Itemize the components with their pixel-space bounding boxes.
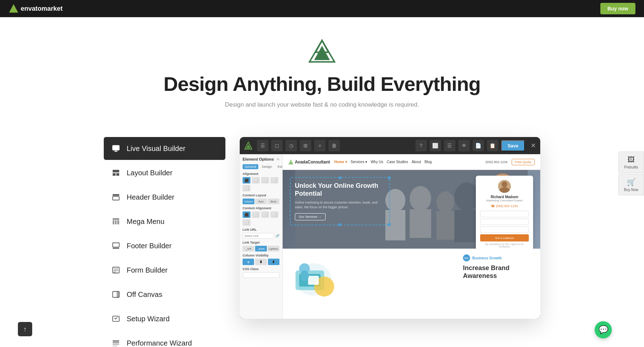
hero-logo xyxy=(7,39,637,65)
contact-disclaimer: By submitting my info I agree to be cont… xyxy=(480,243,529,248)
site-nav-home[interactable]: Home ▾ xyxy=(334,160,347,164)
site-nav-about[interactable]: About xyxy=(411,160,421,164)
toolbar-icon-add[interactable]: + xyxy=(314,140,326,151)
css-class-input[interactable] xyxy=(243,272,279,278)
toolbar-icon-help[interactable]: ? xyxy=(415,140,427,151)
preview-toolbar: ☰ ◻ ◷ ⊞ + 🗑 ? ⬜ ☰ 👁 📄 📋 Save ✕ xyxy=(240,137,540,154)
target-blank-btn[interactable]: _blank xyxy=(255,246,267,251)
prebuilts-button[interactable]: 🖼 Prebuilts xyxy=(618,152,644,173)
vis-desktop-btn[interactable]: 🖥 xyxy=(243,259,254,265)
toolbar-icon-preview[interactable]: 👁 xyxy=(458,140,470,151)
hero-subtitle: Design and launch your website fast & no… xyxy=(7,101,637,108)
svg-rect-23 xyxy=(114,270,118,271)
svg-point-37 xyxy=(410,186,431,211)
tab-design[interactable]: Design xyxy=(260,164,274,169)
toolbar-icon-desktop[interactable]: ⬜ xyxy=(430,140,441,151)
align-row2-btn2[interactable]: ⬜ xyxy=(243,185,250,191)
toolbar-icon-pages[interactable]: 📄 xyxy=(473,140,484,151)
content-align-left-btn[interactable]: ⬛ xyxy=(243,211,250,218)
feature-item-off-canvas[interactable]: Off Canvas xyxy=(104,283,225,306)
prebuilts-icon: 🖼 xyxy=(628,156,635,164)
align-center-btn[interactable]: ⬜ xyxy=(252,177,260,184)
preview-close-button[interactable]: ✕ xyxy=(531,142,536,150)
floating-buy-now-label: Buy Now xyxy=(624,188,638,192)
feature-item-header-builder[interactable]: Header Builder xyxy=(104,186,225,209)
contact-name-input[interactable] xyxy=(480,211,529,217)
hero-site-button[interactable]: Our Services → xyxy=(295,213,326,220)
feature-item-footer-builder[interactable]: Footer Builder xyxy=(104,234,225,257)
site-bottom-right: BG Business Growth Increase BrandAwarene… xyxy=(463,254,535,280)
toolbar-icon-delete[interactable]: 🗑 xyxy=(328,140,340,151)
site-brand: AvadaConsultant xyxy=(288,160,330,165)
svg-rect-9 xyxy=(116,148,118,148)
svg-point-39 xyxy=(436,191,454,213)
svg-rect-13 xyxy=(113,194,119,196)
link-url-input[interactable] xyxy=(243,233,274,239)
feature-item-setup-wizard[interactable]: Setup Wizard xyxy=(104,307,225,330)
tab-general[interactable]: General xyxy=(243,164,258,169)
hero-site-title: Unlock Your Online Growth Potential xyxy=(295,182,385,197)
feature-item-form-builder[interactable]: Form Builder xyxy=(104,259,225,282)
feature-label-footer-builder: Footer Builder xyxy=(127,242,172,250)
toolbar-icon-grid[interactable]: ⊞ xyxy=(300,140,311,151)
feature-item-layout-builder[interactable]: Layout Builder xyxy=(104,161,225,184)
hero-content-box: Unlock Your Online Growth Potential Onli… xyxy=(290,177,390,225)
feature-item-performance-wizard[interactable]: Performance Wizard xyxy=(104,332,225,347)
chat-button[interactable]: 💬 xyxy=(595,321,612,338)
preview-save-button[interactable]: Save xyxy=(501,140,525,151)
site-brand-text: AvadaConsultant xyxy=(295,160,330,165)
feature-item-live-visual-builder[interactable]: Live Visual Builder xyxy=(104,137,225,160)
hero-title: Design Anything, Build Everything xyxy=(7,72,637,96)
site-cta-button[interactable]: Free Quote xyxy=(512,159,535,165)
preview-site: AvadaConsultant Home ▾ Services ▾ Why Us… xyxy=(283,154,540,319)
align-row2-btn1[interactable]: ⬜ xyxy=(270,177,278,184)
toolbar-icon-shapes[interactable]: ◻ xyxy=(271,140,283,151)
align-left-btn[interactable]: ⬛ xyxy=(243,177,250,184)
site-nav-services[interactable]: Services ▾ xyxy=(351,160,367,164)
layout-block-btn[interactable]: Block xyxy=(268,199,279,204)
svg-rect-24 xyxy=(114,272,116,273)
layout-column-btn[interactable]: Column xyxy=(243,199,254,204)
preview-window: ☰ ◻ ◷ ⊞ + 🗑 ? ⬜ ☰ 👁 📄 📋 Save ✕ xyxy=(240,137,540,319)
contact-phone: ☎ (566) 802-1234 xyxy=(480,204,529,208)
nav-buy-now-button[interactable]: Buy now xyxy=(600,3,635,14)
site-nav-whyus[interactable]: Why Us xyxy=(371,160,383,164)
prebuilts-label: Prebuilts xyxy=(624,165,638,169)
hero-section: Design Anything, Build Everything Design… xyxy=(0,17,644,137)
feature-label-header-builder: Header Builder xyxy=(127,193,174,201)
site-bottom-title: Increase BrandAwareness xyxy=(463,264,535,280)
site-nav-casestudies[interactable]: Case Studies xyxy=(387,160,408,164)
toolbar-icon-layers[interactable]: ☰ xyxy=(257,140,268,151)
layout-row-btn[interactable]: Row xyxy=(255,199,267,204)
contact-submit-button[interactable]: Get a Callback xyxy=(480,234,529,241)
top-nav: envatomarket Buy now xyxy=(0,0,644,17)
toolbar-icon-tablet[interactable]: ☰ xyxy=(444,140,455,151)
content-align-center-btn[interactable]: ⬜ xyxy=(252,211,260,218)
floating-buy-now-button[interactable]: 🛒 Buy Now xyxy=(618,174,644,196)
content-align-right-btn[interactable]: ⬜ xyxy=(261,211,269,218)
svg-rect-11 xyxy=(113,173,116,176)
toolbar-icon-media[interactable]: 📋 xyxy=(487,140,498,151)
cart-icon: 🛒 xyxy=(627,178,636,186)
business-growth-badge: BG Business Growth xyxy=(463,254,535,262)
feature-item-mega-menu[interactable]: Mega Menu xyxy=(104,210,225,233)
tab-extras[interactable]: Extras xyxy=(275,164,283,169)
contact-card: Richard Madsen Marketing Consultant Expe… xyxy=(476,176,533,249)
target-self-btn[interactable]: _self xyxy=(243,246,254,251)
contact-email-input[interactable] xyxy=(480,219,529,225)
scroll-to-top-button[interactable]: ↑ xyxy=(18,322,32,336)
site-nav-blog[interactable]: Blog xyxy=(425,160,432,164)
content-layout-group: Column Row Block xyxy=(243,199,279,204)
contact-phone-input[interactable] xyxy=(480,226,529,233)
column-visibility-row: 🖥 📱 📱 xyxy=(243,259,279,265)
content-align-row2-btn2[interactable]: ⬜ xyxy=(243,219,250,226)
toolbar-icon-history[interactable]: ◷ xyxy=(286,140,297,151)
content-align-row2-btn1[interactable]: ⬜ xyxy=(270,211,278,218)
site-hero: Unlock Your Online Growth Potential Onli… xyxy=(283,170,540,249)
vis-mobile-btn[interactable]: 📱 xyxy=(268,259,279,265)
panel-close-button[interactable]: ✕ xyxy=(277,157,279,161)
svg-point-50 xyxy=(502,181,507,187)
align-right-btn[interactable]: ⬜ xyxy=(261,177,269,184)
target-lightbox-btn[interactable]: Lightbox xyxy=(268,246,279,251)
vis-tablet-btn[interactable]: 📱 xyxy=(255,259,267,265)
